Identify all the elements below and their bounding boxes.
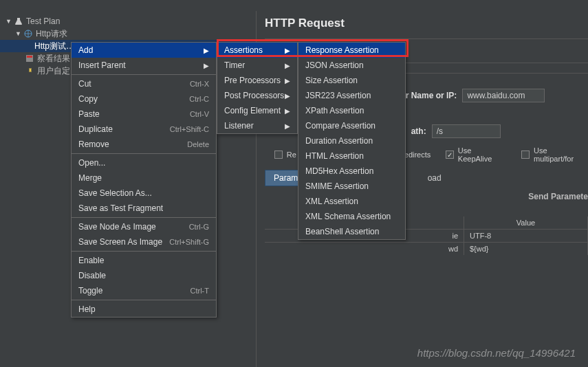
assertion-json[interactable]: JSON Assertion: [298, 58, 405, 73]
chevron-right-icon: ▶: [204, 47, 209, 54]
tab-oad[interactable]: oad: [420, 170, 450, 186]
menu-paste[interactable]: PasteCtrl-V: [72, 107, 216, 122]
tree-arrow-icon: ▼: [15, 30, 21, 37]
menu-save-node-image[interactable]: Save Node As ImageCtrl-G: [72, 219, 216, 234]
add-submenu: Assertions▶ Timer▶ Pre Processors▶ Post …: [217, 42, 298, 134]
submenu-assertions[interactable]: Assertions▶: [217, 43, 297, 58]
assertion-compare[interactable]: Compare Assertion: [298, 118, 405, 133]
assertion-response[interactable]: Response Assertion: [298, 43, 405, 58]
watermark: https://blog.csdn.net/qq_14996421: [417, 347, 576, 359]
chevron-right-icon: ▶: [204, 62, 209, 69]
submenu-listener[interactable]: Listener▶: [217, 118, 297, 133]
re-checkbox[interactable]: [274, 151, 283, 159]
divider: [265, 38, 588, 39]
menu-toggle[interactable]: ToggleCtrl-T: [72, 283, 216, 298]
cell-value: ${wd}: [464, 243, 588, 255]
chevron-right-icon: ▶: [285, 92, 290, 100]
keepalive-checkbox[interactable]: [446, 151, 454, 159]
path-input[interactable]: [432, 124, 501, 138]
menu-separator: [72, 300, 216, 300]
cell-name: wd: [265, 243, 464, 255]
menu-separator: [72, 251, 216, 252]
path-label: ath:: [411, 126, 426, 136]
assertion-md5hex[interactable]: MD5Hex Assertion: [298, 164, 405, 179]
assertion-html[interactable]: HTML Assertion: [298, 148, 405, 164]
chevron-right-icon: ▶: [285, 47, 290, 54]
gear-icon: [25, 66, 34, 76]
results-icon: [25, 54, 34, 63]
re-label: Re: [287, 151, 296, 159]
menu-save-selection[interactable]: Save Selection As...: [72, 186, 216, 201]
menu-help[interactable]: Help: [72, 302, 216, 317]
testplan-icon: [14, 16, 23, 26]
menu-separator: [72, 74, 216, 75]
col-value: Value: [464, 216, 588, 229]
tree-user-def-label: 用户自定: [37, 65, 70, 77]
tree-arrow-icon: ▼: [6, 18, 11, 25]
menu-open[interactable]: Open...: [72, 155, 216, 170]
menu-separator: [72, 153, 216, 154]
svg-rect-2: [27, 56, 32, 58]
menu-disable[interactable]: Disable: [72, 268, 216, 283]
submenu-config[interactable]: Config Element▶: [217, 103, 297, 118]
multipart-label: Use multipart/for: [534, 146, 588, 163]
chevron-right-icon: ▶: [285, 62, 290, 69]
menu-save-fragment[interactable]: Save as Test Fragment: [72, 201, 216, 216]
assertion-beanshell[interactable]: BeanShell Assertion: [298, 224, 405, 239]
tree-test-plan-label: Test Plan: [26, 16, 60, 26]
menu-cut[interactable]: CutCtrl-X: [72, 76, 216, 91]
tree-test-plan[interactable]: ▼ Test Plan: [0, 15, 256, 27]
menu-duplicate[interactable]: DuplicateCtrl+Shift-C: [72, 122, 216, 137]
chevron-right-icon: ▶: [285, 107, 290, 115]
menu-save-screen-image[interactable]: Save Screen As ImageCtrl+Shift-G: [72, 234, 216, 249]
server-input[interactable]: [462, 89, 545, 102]
menu-separator: [72, 217, 216, 218]
tree-http-test-label: Http测试…: [34, 41, 74, 52]
chevron-right-icon: ▶: [285, 77, 290, 85]
keepalive-label: Use KeepAlive: [458, 146, 507, 163]
assertion-size[interactable]: Size Assertion: [298, 73, 405, 88]
menu-enable[interactable]: Enable: [72, 253, 216, 268]
globe-icon: [23, 29, 33, 38]
page-title: HTTP Request: [265, 16, 588, 30]
tree-http-req-label: Http请求: [36, 28, 67, 40]
toolbar-btn-1[interactable]: [7, 0, 19, 8]
assertions-submenu: Response Assertion JSON Assertion Size A…: [298, 42, 406, 240]
server-label: er Name or IP:: [401, 91, 457, 100]
menu-add[interactable]: Add▶: [72, 43, 216, 58]
multipart-checkbox[interactable]: [521, 151, 530, 159]
menu-copy[interactable]: CopyCtrl-C: [72, 91, 216, 107]
menu-merge[interactable]: Merge: [72, 170, 216, 186]
submenu-timer[interactable]: Timer▶: [217, 58, 297, 73]
assertion-jsr223[interactable]: JSR223 Assertion: [298, 88, 405, 103]
submenu-postprocessors[interactable]: Post Processors▶: [217, 88, 297, 103]
table-row[interactable]: wd ${wd}: [265, 242, 588, 255]
context-menu: Add▶ Insert Parent▶ CutCtrl-X CopyCtrl-C…: [71, 42, 217, 318]
assertion-smime[interactable]: SMIME Assertion: [298, 179, 405, 194]
cell-value: UTF-8: [464, 230, 588, 242]
menu-remove[interactable]: RemoveDelete: [72, 137, 216, 152]
toolbar: [0, 0, 588, 11]
assertion-xpath[interactable]: XPath Assertion: [298, 103, 405, 118]
assertion-duration[interactable]: Duration Assertion: [298, 133, 405, 148]
chevron-right-icon: ▶: [285, 122, 290, 130]
menu-insert-parent[interactable]: Insert Parent▶: [72, 58, 216, 73]
tree-http-request[interactable]: ▼ Http请求: [0, 27, 256, 40]
assertion-xml[interactable]: XML Assertion: [298, 194, 405, 209]
submenu-preprocessors[interactable]: Pre Processors▶: [217, 73, 297, 88]
tree-view-results-label: 察看结果: [37, 53, 70, 65]
assertion-xmlschema[interactable]: XML Schema Assertion: [298, 209, 405, 224]
